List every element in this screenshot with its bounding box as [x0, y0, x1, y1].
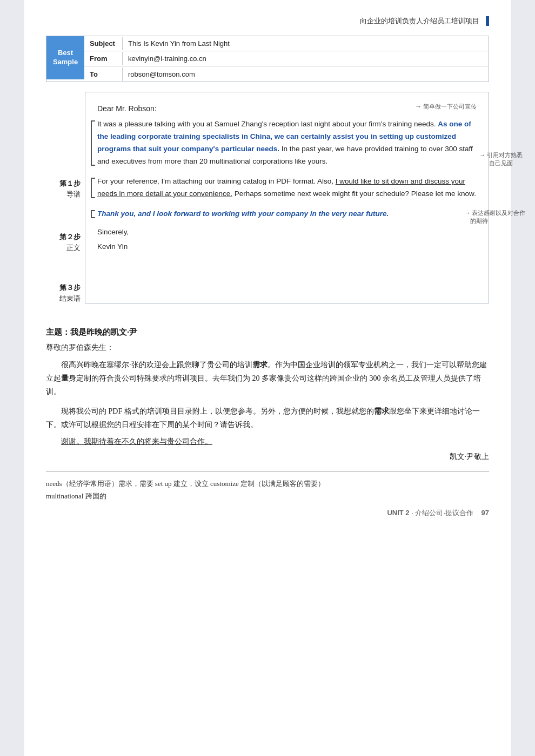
- sign-off: Sincerely,: [97, 228, 477, 236]
- top-right-header: 向企业的培训负责人介绍员工培训项目: [46, 16, 489, 26]
- cn-bold-needs: 需求: [252, 361, 268, 369]
- annotation-cite: → 引用对方熟悉自己见面: [479, 151, 523, 168]
- intro-arrow-icon: →: [415, 103, 422, 110]
- email-header-section: Best Sample Subject This Is Kevin Yin fr…: [46, 36, 489, 82]
- logo-box: Best Sample: [46, 36, 84, 79]
- step-3: 第３步 结束语: [59, 282, 81, 303]
- highlight-thankyou: Thank you, and I look forward to working…: [97, 210, 389, 218]
- annotation-intro: → 简单做一下公司宣传: [415, 102, 477, 111]
- bracket-p3: [91, 210, 95, 218]
- email-body-section: 第１步 导谱 第２步 正文 第３步 结束语 → 简单做一下公司宣传 Dear M…: [46, 92, 489, 303]
- step-1: 第１步 导谱: [59, 178, 81, 199]
- body-para-3: Thank you, and I look forward to working…: [97, 208, 477, 220]
- annotation-thanks: → 表达感谢以及对合作 的期待: [464, 209, 525, 226]
- cn-bold-needs2: 需求: [374, 407, 389, 415]
- logo-text: Best Sample: [53, 49, 78, 67]
- email-body-box: → 简单做一下公司宣传 Dear Mr. Robson: It was a pl…: [85, 92, 489, 303]
- cn-para-2: 现将我公司的 PDF 格式的培训项目目录附上，以便您参考。另外，您方便的时候，我…: [46, 404, 489, 431]
- email-fields: Subject This Is Kevin Yin from Last Nigh…: [84, 36, 489, 82]
- bracket-p1: [91, 120, 95, 166]
- top-header-text: 向企业的培训负责人介绍员工培训项目: [360, 16, 479, 26]
- page-subtitle: 介绍公司·提议合作: [415, 509, 473, 517]
- unit-label: UNIT 2: [387, 509, 409, 517]
- cn-bold-build: 量: [61, 374, 69, 382]
- page-indicator: UNIT 2 · 介绍公司·提议合作 97: [46, 508, 489, 518]
- cn-salutation: 尊敬的罗伯森先生：: [46, 343, 489, 353]
- body-para-2: For your reference, I'm attaching our tr…: [97, 176, 477, 200]
- body-para-1: It was a pleasure talking with you at Sa…: [97, 118, 477, 168]
- email-to-row: To robson@tomson.com: [84, 66, 489, 82]
- email-subject-row: Subject This Is Kevin Yin from Last Nigh…: [84, 36, 489, 51]
- subject-label: Subject: [84, 37, 122, 50]
- cn-para-3: 谢谢。我期待着在不久的将来与贵公司合作。: [46, 437, 489, 447]
- to-label: To: [84, 68, 122, 81]
- cn-section: 主题：我是昨晚的凯文·尹 尊敬的罗伯森先生： 很高兴昨晚在塞缪尔·张的欢迎会上跟…: [46, 319, 489, 462]
- glossary: needs（经济学常用语）需求，需要 set up 建立，设立 customiz…: [46, 471, 489, 503]
- cn-sign: 凯文·尹敬上: [46, 452, 489, 462]
- glossary-line2: multinational 跨国的: [46, 490, 489, 502]
- para1-wrap: It was a pleasure talking with you at Sa…: [97, 118, 477, 168]
- para2-wrap: For your reference, I'm attaching our tr…: [97, 176, 477, 200]
- cn-para-1: 很高兴昨晚在塞缪尔·张的欢迎会上跟您聊了贵公司的培训需求。作为中国企业培训的领军…: [46, 358, 489, 399]
- page-num: 97: [482, 509, 489, 517]
- highlight-leading: As one of the leading corporate training…: [97, 120, 471, 153]
- to-value: robson@tomson.com: [122, 68, 489, 81]
- email-from-row: From kevinyin@i-training.co.cn: [84, 51, 489, 66]
- page-container: 向企业的培训负责人介绍员工培训项目 Best Sample Subject Th…: [24, 0, 511, 756]
- underline-discuss: I would like to sit down and discuss you…: [97, 177, 465, 198]
- steps-sidebar: 第１步 导谱 第２步 正文 第３步 结束语: [46, 92, 85, 303]
- glossary-line1: needs（经济学常用语）需求，需要 set up 建立，设立 customiz…: [46, 477, 489, 490]
- subject-value: This Is Kevin Yin from Last Night: [122, 37, 489, 50]
- sign-name: Kevin Yin: [97, 242, 477, 251]
- cn-title: 主题：我是昨晚的凯文·尹: [46, 327, 489, 338]
- para3-wrap: Thank you, and I look forward to working…: [97, 208, 477, 220]
- header-bar: [486, 16, 489, 26]
- bracket-p2: [91, 178, 95, 198]
- step-2: 第２步 正文: [59, 232, 81, 253]
- from-value: kevinyin@i-training.co.cn: [122, 52, 489, 65]
- from-label: From: [84, 52, 122, 65]
